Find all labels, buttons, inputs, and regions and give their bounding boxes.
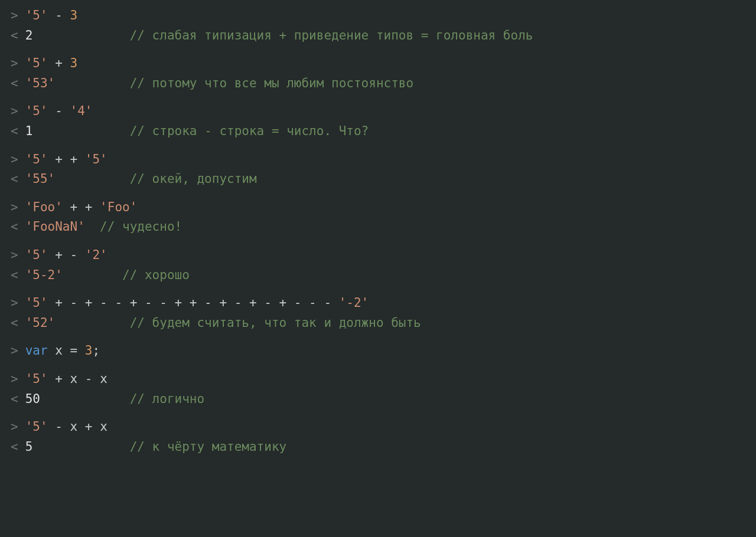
- token-str: '53': [25, 76, 56, 90]
- code: var x = 3;: [25, 341, 100, 361]
- chevron-right-icon: >: [11, 101, 18, 122]
- input-line: >'5' - 3: [11, 6, 749, 26]
- code: '5' - x + x: [25, 417, 107, 437]
- token-op: + - + - - + - - + + - + - + - + - - -: [48, 296, 339, 310]
- token-op: +: [77, 420, 100, 434]
- comment: // будем считать, что так и должно быть: [130, 313, 421, 333]
- token-id: x: [100, 420, 107, 434]
- code: 'Foo' + + 'Foo': [25, 198, 138, 218]
- token-id: x: [55, 343, 63, 358]
- console-output: >'5' - 3<2 // слабая типизация + приведе…: [0, 0, 756, 463]
- token-white: 50: [25, 392, 40, 406]
- token-kw: var: [25, 343, 48, 358]
- token-num: 3: [70, 56, 78, 70]
- input-line: >'5' + - '2': [11, 245, 749, 266]
- chevron-right-icon: >: [11, 6, 18, 26]
- console-group: >'Foo' + + 'Foo'<'FooNaN' // чудесно!: [11, 198, 749, 237]
- comment: // строка - строка = число. Что?: [130, 122, 369, 142]
- token-str: '52': [25, 316, 56, 330]
- code: '53': [25, 74, 56, 94]
- input-line: >'5' + x - x: [11, 369, 749, 389]
- input-line: >var x = 3;: [11, 341, 749, 361]
- token-str: 'Foo': [25, 200, 63, 214]
- token-str: 'Foo': [100, 200, 137, 214]
- token-str: '4': [70, 104, 93, 118]
- chevron-left-icon: <: [11, 389, 18, 410]
- input-line: >'5' - x + x: [11, 417, 749, 437]
- console-group: >'5' + x - x<50 // логично: [11, 369, 749, 409]
- chevron-right-icon: >: [11, 150, 18, 170]
- token-op: -: [48, 8, 70, 22]
- token-id: x: [70, 420, 78, 434]
- token-str: '5-2': [25, 268, 63, 282]
- chevron-right-icon: >: [11, 198, 18, 218]
- code: '5' + x - x: [25, 369, 107, 389]
- chevron-left-icon: <: [11, 74, 18, 94]
- chevron-left-icon: <: [11, 26, 18, 46]
- code: 50: [25, 389, 40, 410]
- chevron-left-icon: <: [11, 266, 18, 286]
- input-line: >'5' + - + - - + - - + + - + - + - + - -…: [11, 293, 749, 313]
- comment: // слабая типизация + приведение типов =…: [130, 26, 533, 46]
- output-line: <2 // слабая типизация + приведение типо…: [11, 26, 749, 46]
- output-line: <'53' // потому что все мы любим постоян…: [11, 74, 749, 94]
- token-id: x: [100, 372, 107, 386]
- console-group: >'5' - x + x<5 // к чёрту математику: [11, 417, 749, 457]
- token-str: '55': [25, 172, 56, 186]
- token-white: 2: [25, 28, 33, 42]
- output-line: <'55' // окей, допустим: [11, 169, 749, 189]
- token-str: '5': [85, 152, 107, 166]
- console-group: >'5' - 3<2 // слабая типизация + приведе…: [11, 6, 749, 45]
- code: 1: [25, 122, 33, 142]
- code: '5' + + '5': [25, 150, 107, 170]
- token-str: '5': [25, 8, 48, 22]
- console-group: >'5' + + '5'<'55' // окей, допустим: [11, 150, 749, 189]
- comment: // окей, допустим: [130, 169, 257, 189]
- console-group: >var x = 3;: [11, 341, 749, 361]
- chevron-right-icon: >: [11, 245, 18, 266]
- console-group: >'5' - '4'<1 // строка - строка = число.…: [11, 101, 749, 141]
- chevron-right-icon: >: [11, 293, 18, 313]
- token-op: + +: [48, 152, 85, 166]
- token-str: '5': [25, 296, 48, 310]
- token-op: -: [48, 104, 70, 118]
- chevron-left-icon: <: [11, 169, 18, 189]
- console-group: >'5' + - + - - + - - + + - + - + - + - -…: [11, 293, 749, 333]
- chevron-left-icon: <: [11, 217, 18, 237]
- console-group: >'5' + - '2'<'5-2' // хорошо: [11, 245, 749, 285]
- comment: // к чёрту математику: [130, 437, 287, 457]
- output-line: <'FooNaN' // чудесно!: [11, 217, 749, 237]
- comment: // чудесно!: [100, 217, 182, 237]
- token-op: + +: [63, 200, 100, 214]
- chevron-left-icon: <: [11, 122, 18, 142]
- comment: // потому что все мы любим постоянство: [130, 74, 413, 94]
- token-str: '5': [25, 420, 48, 434]
- input-line: >'5' - '4': [11, 101, 749, 122]
- comment: // хорошо: [122, 266, 190, 286]
- output-line: <'5-2' // хорошо: [11, 266, 749, 286]
- token-num: 3: [70, 8, 78, 22]
- input-line: >'5' + 3: [11, 54, 749, 74]
- input-line: >'Foo' + + 'Foo': [11, 198, 749, 218]
- code: '5' - 3: [25, 6, 78, 26]
- chevron-right-icon: >: [11, 54, 18, 74]
- output-line: <5 // к чёрту математику: [11, 437, 749, 457]
- token-op: [48, 343, 56, 358]
- token-num: 3: [85, 343, 93, 358]
- token-white: 5: [25, 440, 33, 454]
- token-str: '-2': [339, 296, 369, 310]
- token-op: -: [77, 372, 100, 386]
- chevron-left-icon: <: [11, 313, 18, 333]
- token-id: x: [70, 372, 78, 386]
- token-white: 1: [25, 124, 33, 138]
- token-op: -: [48, 420, 70, 434]
- token-str: 'FooNaN': [25, 220, 85, 234]
- code: 'FooNaN': [25, 217, 85, 237]
- comment: // логично: [130, 389, 204, 410]
- chevron-left-icon: <: [11, 437, 18, 457]
- chevron-right-icon: >: [11, 417, 18, 437]
- code: '5' - '4': [25, 101, 93, 122]
- code: 2: [25, 26, 33, 46]
- output-line: <'52' // будем считать, что так и должно…: [11, 313, 749, 333]
- token-str: '5': [25, 372, 48, 386]
